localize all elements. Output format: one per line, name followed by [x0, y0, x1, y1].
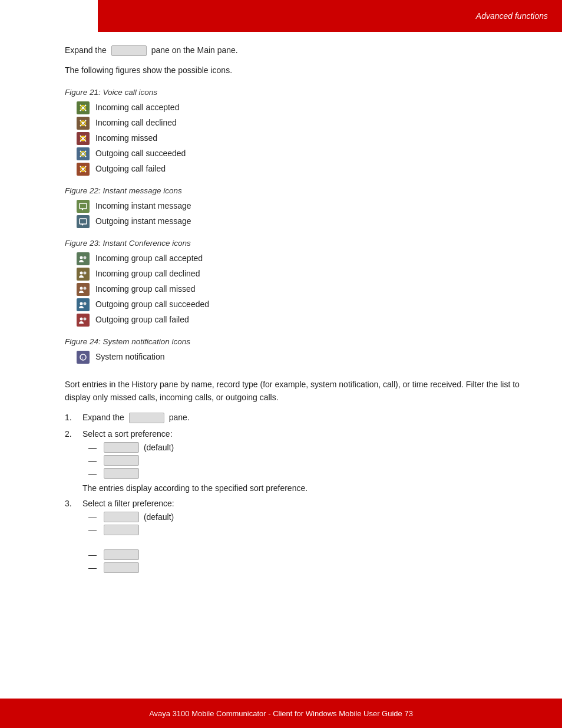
dash: —	[88, 469, 97, 478]
step-2-note: The entries display according to the spe…	[82, 483, 533, 493]
item-label: Outgoing group call succeeded	[95, 298, 209, 311]
svg-rect-20	[78, 284, 88, 295]
svg-point-25	[84, 302, 87, 305]
main-content: Expand the pane on the Main pane. The fo…	[0, 32, 562, 622]
svg-rect-17	[78, 269, 88, 279]
footer-text: Avaya 3100 Mobile Communicator - Client …	[149, 709, 413, 718]
list-item: Incoming instant message	[77, 200, 533, 213]
list-item: Incoming missed	[77, 132, 533, 145]
svg-point-19	[84, 271, 87, 274]
item-label: Outgoing group call failed	[95, 314, 189, 326]
outgoing-succeeded-icon	[77, 147, 90, 160]
dash: —	[88, 512, 97, 522]
header-bar: Advanced functions	[98, 0, 562, 32]
incoming-missed-icon	[77, 132, 90, 145]
svg-point-28	[84, 317, 87, 320]
svg-rect-29	[78, 352, 88, 363]
svg-point-24	[80, 302, 83, 305]
svg-rect-26	[78, 315, 88, 325]
sub-item: —	[88, 549, 533, 560]
list-item: Outgoing instant message	[77, 215, 533, 228]
svg-rect-14	[78, 253, 88, 264]
item-label: Incoming group call missed	[95, 283, 196, 295]
dash	[88, 538, 91, 547]
sub-item: —	[88, 468, 533, 479]
figure-22-title: Figure 22: Instant message icons	[65, 186, 533, 195]
outgoing-msg-icon	[77, 215, 90, 228]
outgoing-failed-icon	[77, 163, 90, 176]
expand-text: Expand the	[65, 45, 107, 55]
svg-point-22	[84, 286, 87, 289]
item-label: Incoming missed	[95, 132, 157, 144]
footer-bar: Avaya 3100 Mobile Communicator - Client …	[0, 699, 562, 728]
list-item: Outgoing group call succeeded	[77, 298, 533, 311]
dash: —	[88, 550, 97, 559]
item-label: Outgoing call failed	[95, 163, 166, 175]
figure-23-title: Figure 23: Instant Conference icons	[65, 239, 533, 248]
step-2-sublist: — (default) — —	[88, 442, 533, 479]
svg-point-27	[80, 317, 83, 320]
step-2: 2. Select a sort preference: — (default)…	[65, 429, 533, 493]
figure-24-title: Figure 24: System notification icons	[65, 337, 533, 346]
list-item: Incoming call declined	[77, 117, 533, 130]
inline-image-filter-2	[104, 525, 139, 535]
step-2-content: Select a sort preference: — (default) — …	[82, 429, 533, 493]
inline-image-filter-3	[104, 549, 139, 560]
dash: —	[88, 443, 97, 452]
list-item: i System notification	[77, 351, 533, 364]
list-item: Incoming group call missed	[77, 283, 533, 296]
figures-intro: The following figures show the possible …	[65, 64, 533, 77]
list-item: Incoming call accepted	[77, 101, 533, 114]
item-label: Incoming instant message	[95, 200, 191, 212]
sort-intro: Sort entries in the History pane by name…	[65, 378, 533, 404]
svg-point-15	[80, 256, 83, 259]
sub-item: —	[88, 525, 533, 535]
list-item: Outgoing call succeeded	[77, 147, 533, 160]
item-label: Incoming call accepted	[95, 101, 179, 114]
step-1-text: Expand the	[82, 413, 124, 422]
figure-22-list: Incoming instant message Outgoing instan…	[77, 200, 533, 228]
pane-text: pane on the Main pane.	[151, 45, 238, 55]
figure-21-list: Incoming call accepted Incoming call dec…	[77, 101, 533, 176]
inline-image-1	[111, 45, 147, 56]
list-item: Incoming group call declined	[77, 268, 533, 281]
inline-image-filter-4	[104, 562, 139, 573]
figure-21-title: Figure 21: Voice call icons	[65, 88, 533, 97]
sub-item: — (default)	[88, 512, 533, 522]
list-item: Outgoing group call failed	[77, 314, 533, 327]
group-failed-icon	[77, 314, 90, 327]
inline-image-2	[129, 413, 164, 423]
item-label: Outgoing call succeeded	[95, 147, 186, 160]
sub-item: —	[88, 562, 533, 573]
sub-item: — (default)	[88, 442, 533, 453]
dash: —	[88, 563, 97, 572]
incoming-msg-icon	[77, 200, 90, 213]
step-3: 3. Select a filter preference: — (defaul…	[65, 499, 533, 575]
svg-rect-23	[78, 299, 88, 310]
figure-24-list: i System notification	[77, 351, 533, 364]
step-2-text: Select a sort preference:	[82, 429, 173, 439]
dash: —	[88, 456, 97, 465]
item-label: Outgoing instant message	[95, 215, 191, 228]
step-3-sublist: — (default) — —	[88, 512, 533, 573]
group-missed-icon	[77, 283, 90, 296]
svg-point-18	[80, 271, 83, 274]
step-1: 1. Expand the pane.	[65, 413, 533, 423]
intro-expand: Expand the pane on the Main pane.	[65, 44, 533, 57]
group-declined-icon	[77, 268, 90, 281]
step-3-num: 3.	[65, 499, 82, 508]
system-icon: i	[77, 351, 90, 364]
inline-image-sort-3	[104, 468, 139, 479]
sub-item: —	[88, 455, 533, 466]
figure-23-list: Incoming group call accepted Incoming gr…	[77, 252, 533, 327]
group-succeeded-icon	[77, 298, 90, 311]
item-label: Incoming group call declined	[95, 268, 200, 280]
header-title: Advanced functions	[476, 11, 548, 21]
step-1-num: 1.	[65, 413, 82, 422]
steps-list: 1. Expand the pane. 2. Select a sort pre…	[65, 413, 533, 575]
group-accepted-icon	[77, 252, 90, 265]
sub-label: (default)	[141, 443, 174, 452]
incoming-accepted-icon	[77, 101, 90, 114]
step-1-text2: pane.	[169, 413, 190, 422]
sub-item	[88, 538, 533, 547]
